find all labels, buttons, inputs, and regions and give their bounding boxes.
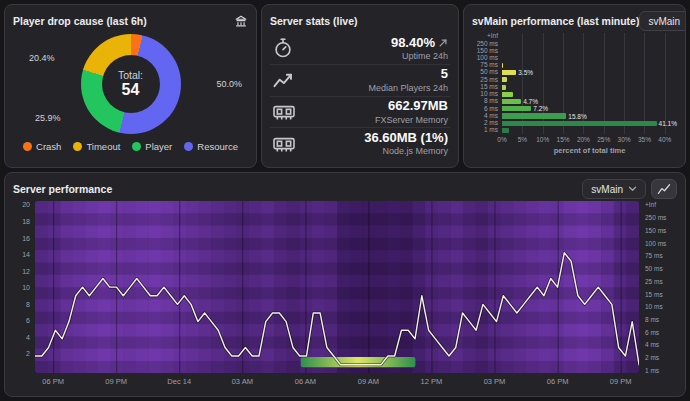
x-axis-tick: Dec 14 (167, 377, 191, 386)
x-axis-tick: 03 AM (232, 377, 253, 386)
right-axis-tick: 150 ms (645, 226, 666, 233)
memory-chip-icon (272, 133, 296, 155)
legend-dot (23, 142, 32, 151)
left-axis-tick: 6 (26, 317, 30, 324)
memory-chip-icon (272, 101, 296, 123)
bank-icon (234, 14, 248, 28)
perf-xtick: 25% (597, 136, 610, 143)
thread-selector-bottom[interactable]: svMain (582, 179, 646, 199)
perf-bar (502, 106, 531, 111)
perf-bar-value-label: 41.1% (659, 120, 677, 127)
perf-xtick: 35% (638, 136, 651, 143)
panel-server-stats: Server stats (live) 98.40%Uptime 24h5Med… (261, 4, 459, 168)
perf-bar-row (502, 76, 677, 83)
stat-value: 5 (368, 67, 448, 81)
perf-bar (502, 121, 657, 126)
thread-selector-value: svMain (648, 16, 680, 27)
right-axis-tick: 50 ms (645, 265, 663, 272)
stat-value-text: 5 (441, 67, 448, 81)
x-axis-tick: 09 AM (358, 377, 379, 386)
x-axis-tick: 03 PM (484, 377, 506, 386)
server-perf-controls: svMain (582, 179, 677, 199)
perf-bar-row (502, 40, 677, 47)
stat-label: Median Players 24h (368, 83, 448, 93)
perf-bar (502, 63, 503, 68)
server-stats-header: Server stats (live) (270, 13, 450, 29)
perf-bar-row (502, 47, 677, 54)
perf-bar-row (502, 84, 677, 91)
stat-right: 98.40%Uptime 24h (391, 36, 448, 61)
server-stats-title: Server stats (live) (270, 15, 358, 27)
x-axis-tick: 06 PM (42, 377, 64, 386)
left-axis-tick: 8 (26, 300, 30, 307)
right-axis-tick: 10 ms (645, 303, 663, 310)
legend-item-player: Player (132, 141, 172, 152)
stat-row: 5Median Players 24h (270, 65, 450, 97)
slice-percent-label: 50.0% (216, 79, 242, 89)
stat-right: 36.60MB (1%)Node.js Memory (364, 131, 448, 156)
donut-center: Total: 54 (102, 55, 160, 113)
server-perf-title: Server performance (13, 183, 112, 195)
thread-selector[interactable]: svMain (639, 11, 686, 31)
trend-up-icon (438, 38, 448, 48)
drop-cause-title: Player drop cause (last 6h) (13, 15, 147, 27)
perf-bar-row (502, 55, 677, 62)
perf-bar-value-label: 7.2% (533, 105, 548, 112)
panel-svmain-performance: svMain performance (last minute) svMain … (463, 4, 686, 168)
right-axis-tick: 100 ms (645, 239, 666, 246)
right-axis-tick: 75 ms (645, 252, 663, 259)
perf-xtick: 0% (497, 136, 506, 143)
left-axis-tick: 20 (22, 201, 30, 208)
right-axis-tick: 8 ms (645, 315, 659, 322)
perf-bar (502, 113, 566, 118)
perf-ytick: 1 ms (472, 127, 498, 134)
perf-xtick: 10% (536, 136, 549, 143)
chart-line-icon (272, 69, 294, 91)
dashboard: Player drop cause (last 6h) Total: 54 20… (0, 0, 690, 401)
stat-value-text: 662.97MB (388, 99, 448, 113)
stat-value-text: 36.60MB (1%) (364, 131, 448, 145)
perf-bar (502, 85, 506, 90)
left-axis-tick: 4 (26, 333, 30, 340)
server-perf-canvas[interactable] (35, 201, 639, 373)
perf-bar-row: 41.1% (502, 120, 677, 127)
server-perf-header: Server performance svMain (13, 181, 677, 197)
server-perf-right-axis: +Inf250 ms150 ms100 ms75 ms50 ms25 ms15 … (643, 201, 677, 373)
chart-type-icon (657, 183, 671, 195)
svmain-perf-xticks: 0%5%10%15%20%25%30%35%40% (502, 136, 677, 145)
server-perf-left-axis: 2018161412108642 (13, 201, 31, 373)
right-axis-tick: 4 ms (645, 341, 659, 348)
perf-bar-row: 4.7% (502, 98, 677, 105)
perf-bar-value-label: 15.8% (568, 113, 586, 120)
panel-drop-cause: Player drop cause (last 6h) Total: 54 20… (4, 4, 257, 168)
drop-cause-donut[interactable]: Total: 54 (81, 34, 181, 134)
server-perf-plot[interactable] (35, 201, 639, 373)
stat-label: FXServer Memory (375, 115, 448, 125)
left-axis-tick: 14 (22, 251, 30, 258)
server-stats-rows: 98.40%Uptime 24h5Median Players 24h662.9… (270, 33, 450, 159)
drop-cause-chart-area[interactable]: Total: 54 20.4%25.9%50.0% (13, 33, 248, 135)
perf-xtick: 15% (557, 136, 570, 143)
chart-type-toggle-button[interactable] (651, 179, 677, 199)
slice-percent-label: 25.9% (35, 113, 61, 123)
stat-row: 662.97MBFXServer Memory (270, 97, 450, 129)
right-axis-tick: 250 ms (645, 214, 666, 221)
legend-label: Resource (197, 141, 238, 152)
perf-xtick: 40% (658, 136, 671, 143)
chevron-down-icon (685, 18, 686, 24)
stat-value: 662.97MB (375, 99, 448, 113)
perf-bar-value-label: 4.7% (523, 98, 538, 105)
donut-total-value: 54 (122, 81, 140, 99)
perf-bar (502, 70, 516, 75)
perf-bar-value-label: 3.5% (518, 69, 533, 76)
perf-bar (502, 128, 509, 133)
legend-label: Crash (36, 141, 61, 152)
legend-dot (132, 142, 141, 151)
right-axis-tick: 15 ms (645, 290, 663, 297)
perf-bar-row (502, 127, 677, 134)
drop-cause-header: Player drop cause (last 6h) (13, 13, 248, 29)
perf-bar-row: 3.5% (502, 69, 677, 76)
legend-item-crash: Crash (23, 141, 61, 152)
svmain-perf-header: svMain performance (last minute) svMain (472, 13, 677, 29)
svmain-perf-chart[interactable]: +Inf250 ms150 ms100 ms75 ms50 ms25 ms15 … (472, 33, 677, 155)
